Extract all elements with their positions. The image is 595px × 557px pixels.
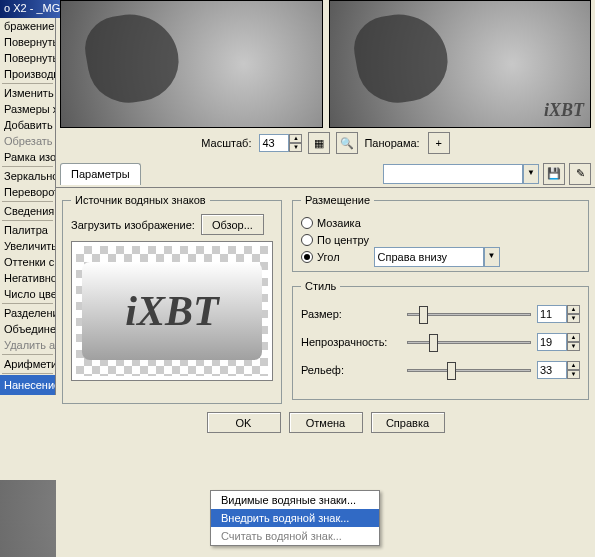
spin-up[interactable]: ▲	[567, 305, 580, 314]
wand-icon: ✎	[576, 167, 585, 180]
menu-item[interactable]: Объединен	[0, 321, 55, 337]
placement-option-label: По центру	[317, 234, 369, 246]
browse-button[interactable]: Обзор...	[201, 214, 264, 235]
menu-item[interactable]: Добавить г	[0, 117, 55, 133]
watermark-preview-text: iXBT	[544, 100, 584, 121]
preview-before	[60, 0, 323, 128]
menu-item[interactable]: Негативно	[0, 270, 55, 286]
save-preset-button[interactable]: 💾	[543, 163, 565, 185]
menu-header: бражение	[0, 18, 55, 34]
menu-item[interactable]: Повернуть	[0, 34, 55, 50]
style-value-input[interactable]	[537, 361, 567, 379]
source-legend: Источник водяных знаков	[71, 194, 210, 206]
cancel-button[interactable]: Отмена	[289, 412, 363, 433]
menu-item[interactable]: Разделени	[0, 305, 55, 321]
preset-combo-input[interactable]	[383, 164, 523, 184]
zoom-down[interactable]: ▼	[289, 143, 302, 152]
menu-item[interactable]: Увеличить	[0, 238, 55, 254]
spin-down[interactable]: ▼	[567, 342, 580, 351]
load-label: Загрузить изображение:	[71, 219, 195, 231]
zoom-up[interactable]: ▲	[289, 134, 302, 143]
menu-item[interactable]: Нанесение водяных знаков ▸	[0, 375, 55, 395]
menu-item[interactable]: Оттенки с	[0, 254, 55, 270]
title-bar: o X2 - _MG	[0, 0, 60, 18]
style-slider[interactable]	[407, 304, 531, 324]
style-slider[interactable]	[407, 332, 531, 352]
submenu-item[interactable]: Внедрить водяной знак...	[211, 509, 379, 527]
tab-row: Параметры ▼ 💾 ✎	[56, 160, 595, 188]
spin-up[interactable]: ▲	[567, 333, 580, 342]
spin-up[interactable]: ▲	[567, 361, 580, 370]
placement-legend: Размещение	[301, 194, 374, 206]
save-icon: 💾	[547, 167, 561, 180]
menu-item[interactable]: Производн	[0, 66, 55, 82]
preset-combo-dropdown[interactable]: ▼	[523, 164, 539, 184]
menu-item: Обрезать п	[0, 133, 55, 149]
zoom-input[interactable]	[259, 134, 289, 152]
menu-item[interactable]: Зеркально	[0, 168, 55, 184]
style-legend: Стиль	[301, 280, 340, 292]
submenu-item: Считать водяной знак...	[211, 527, 379, 545]
menu-item[interactable]: Изменить	[0, 85, 55, 101]
watermark-submenu: Видимые водяные знаки...Внедрить водяной…	[210, 490, 380, 546]
zoom-tool-button[interactable]: 🔍	[336, 132, 358, 154]
zoom-icon: 🔍	[340, 137, 354, 150]
menu-item[interactable]: Сведения о	[0, 203, 55, 219]
menu-item[interactable]: Повернуть	[0, 50, 55, 66]
menu-item[interactable]: Размеры хо	[0, 101, 55, 117]
panorama-add-button[interactable]: +	[428, 132, 450, 154]
preview-row: iXBT	[56, 0, 595, 128]
style-row-label: Размер:	[301, 308, 401, 320]
watermark-preview-box: iXBT	[71, 241, 273, 381]
placement-group: Размещение МозаикаПо центруУгол▼	[292, 194, 589, 272]
spin-down[interactable]: ▼	[567, 314, 580, 323]
placement-option-label: Угол	[317, 251, 340, 263]
menu-item: Удалить ал	[0, 337, 55, 353]
style-value-input[interactable]	[537, 305, 567, 323]
menu-item[interactable]: Палитра	[0, 222, 55, 238]
plus-icon: +	[435, 137, 441, 149]
style-row-label: Рельеф:	[301, 364, 401, 376]
spin-down[interactable]: ▼	[567, 370, 580, 379]
zoom-toolbar: Масштаб: ▲ ▼ ▦ 🔍 Панорама: +	[56, 130, 595, 156]
menu-item[interactable]: Арифметич	[0, 356, 55, 372]
grid-icon: ▦	[314, 137, 324, 150]
dialog-buttons: OK Отмена Справка	[62, 412, 589, 433]
style-group: Стиль Размер: ▲▼ Непрозрачность: ▲▼ Рель…	[292, 280, 589, 400]
image-menu: бражение ПовернутьПовернутьПроизводнИзме…	[0, 18, 56, 395]
corner-combo-dd[interactable]: ▼	[484, 247, 500, 267]
tab-parameters[interactable]: Параметры	[60, 163, 141, 185]
style-row-label: Непрозрачность:	[301, 336, 401, 348]
help-button[interactable]: Справка	[371, 412, 445, 433]
placement-radio[interactable]	[301, 234, 313, 246]
menu-item[interactable]: Переворот	[0, 184, 55, 200]
corner-combo[interactable]	[374, 247, 484, 267]
placement-option-label: Мозаика	[317, 217, 361, 229]
preview-after: iXBT	[329, 0, 592, 128]
menu-item[interactable]: Рамка изоб	[0, 149, 55, 165]
source-group: Источник водяных знаков Загрузить изобра…	[62, 194, 282, 404]
style-value-input[interactable]	[537, 333, 567, 351]
wand-button[interactable]: ✎	[569, 163, 591, 185]
zoom-label: Масштаб:	[201, 137, 251, 149]
panorama-label: Панорама:	[364, 137, 419, 149]
placement-radio[interactable]	[301, 217, 313, 229]
grid-button[interactable]: ▦	[308, 132, 330, 154]
placement-radio[interactable]	[301, 251, 313, 263]
ok-button[interactable]: OK	[207, 412, 281, 433]
watermark-sample-text: iXBT	[125, 287, 218, 335]
submenu-item[interactable]: Видимые водяные знаки...	[211, 491, 379, 509]
menu-item[interactable]: Число цвет	[0, 286, 55, 302]
style-slider[interactable]	[407, 360, 531, 380]
